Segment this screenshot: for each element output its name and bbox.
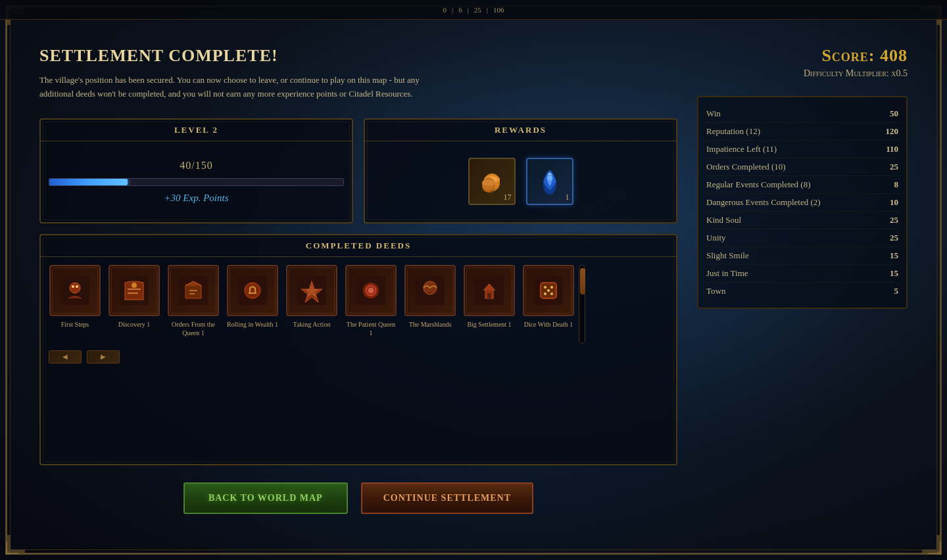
top-bar: 0 | 6 | 25 | 106	[0, 0, 947, 20]
title-section: Settlement Complete! The village's posit…	[39, 39, 677, 108]
level-rewards-row: Level 2 40/150 +30 Exp. Points Rewards	[39, 118, 677, 223]
svg-point-27	[366, 285, 376, 296]
deeds-body: First Steps Discove	[41, 257, 676, 464]
score-label-town: Town	[706, 286, 725, 296]
deed-icon-taking-action	[286, 265, 337, 316]
svg-point-19	[132, 283, 137, 288]
top-bar-separator-1: |	[452, 6, 453, 14]
top-bar-value-2: 6	[458, 6, 462, 14]
svg-rect-21	[238, 276, 267, 305]
settlement-description: The village's position has been secured.…	[39, 74, 434, 101]
score-points-town: 5	[894, 286, 899, 296]
buttons-row: Back to World Map Continue Settlement	[39, 476, 677, 521]
deed-icon-rolling-wealth	[227, 265, 278, 316]
reward-icon-gold: 17 17	[468, 158, 516, 205]
score-row-just-in-time: Just in Time 15	[706, 265, 898, 283]
score-label: Score:	[821, 46, 875, 65]
svg-point-22	[245, 283, 260, 298]
deed-first-steps[interactable]: First Steps	[49, 265, 101, 337]
svg-rect-33	[487, 293, 491, 298]
score-points-unity: 25	[890, 233, 898, 243]
scrollbar-thumb	[580, 268, 585, 294]
level-header: Level 2	[41, 120, 352, 141]
deed-icon-orders-queen	[168, 265, 219, 316]
top-bar-value-1: 0	[443, 6, 447, 14]
score-row-regular-events: Regular Events Completed (8) 8	[706, 176, 898, 194]
score-label-kind-soul: Kind Soul	[706, 215, 741, 225]
rewards-panel: Rewards	[364, 118, 677, 223]
svg-point-16	[72, 285, 74, 288]
deed-icon-discovery-1	[109, 265, 160, 316]
svg-rect-20	[179, 276, 208, 305]
score-row-impatience: Impatience Left (11) 110	[706, 141, 898, 158]
difficulty-value: x0.5	[891, 68, 908, 78]
score-label-dangerous-events: Dangerous Events Completed (2)	[706, 197, 821, 208]
reward-count-blue: 1	[566, 193, 570, 202]
score-label-slight-smile: Slight Smile	[706, 250, 749, 261]
deed-orders-queen[interactable]: Orders From the Queen 1	[167, 265, 220, 337]
score-row-slight-smile: Slight Smile 15	[706, 247, 898, 265]
svg-text:17: 17	[489, 189, 495, 195]
svg-point-13	[547, 173, 552, 181]
score-label-reputation: Reputation (12)	[706, 126, 760, 137]
deed-label-discovery-1: Discovery 1	[118, 320, 151, 329]
scroll-arrows: ◀ ▶	[49, 348, 668, 366]
svg-rect-31	[475, 276, 504, 305]
svg-rect-34	[534, 276, 563, 305]
deed-rolling-wealth[interactable]: Rolling in Wealth 1	[226, 265, 279, 337]
score-row-dangerous-events: Dangerous Events Completed (2) 10	[706, 194, 898, 212]
svg-point-30	[424, 281, 437, 294]
deed-label-rolling-wealth: Rolling in Wealth 1	[227, 320, 278, 329]
score-points-just-in-time: 15	[890, 268, 898, 279]
deed-big-settlement[interactable]: Big Settlement 1	[463, 265, 516, 337]
deed-label-first-steps: First Steps	[61, 320, 89, 329]
deeds-grid: First Steps Discove	[49, 265, 575, 337]
deed-icon-patient-queen	[345, 265, 397, 316]
score-points-regular-events: 8	[894, 179, 899, 190]
svg-point-37	[550, 286, 553, 289]
deed-patient-queen[interactable]: The Patient Queen 1	[345, 265, 397, 337]
top-bar-separator-2: |	[468, 6, 469, 14]
level-panel: Level 2 40/150 +30 Exp. Points	[39, 118, 353, 223]
svg-point-28	[368, 288, 374, 293]
deeds-scrollbar[interactable]	[579, 265, 585, 344]
svg-rect-18	[120, 276, 149, 305]
score-label-orders: Orders Completed (10)	[706, 162, 786, 172]
deed-icon-marshlands	[404, 265, 456, 316]
scroll-right-arrow[interactable]: ▶	[87, 350, 120, 363]
level-xp-value: 40/150	[180, 160, 212, 172]
deed-discovery-1[interactable]: Discovery 1	[108, 265, 160, 337]
continue-settlement-button[interactable]: Continue Settlement	[361, 482, 533, 514]
top-bar-value-3: 25	[474, 6, 481, 14]
svg-point-26	[363, 283, 379, 298]
deeds-header: Completed Deeds	[41, 235, 676, 257]
deed-label-orders-queen: Orders From the Queen 1	[167, 320, 220, 337]
score-points-win: 50	[890, 108, 898, 119]
score-row-win: Win 50	[706, 105, 898, 123]
back-to-world-map-button[interactable]: Back to World Map	[183, 482, 348, 514]
deed-marshlands[interactable]: The Marshlands	[404, 265, 456, 337]
svg-point-10	[482, 179, 495, 186]
deed-dice-with-death[interactable]: Dice With Death 1	[522, 265, 575, 337]
xp-bonus: +30 Exp. Points	[164, 193, 228, 204]
score-row-orders: Orders Completed (10) 25	[706, 158, 898, 176]
score-row-kind-soul: Kind Soul 25	[706, 212, 898, 229]
reward-item-blue: 1	[526, 158, 573, 205]
score-row-reputation: Reputation (12) 120	[706, 123, 898, 141]
scroll-left-arrow[interactable]: ◀	[49, 350, 82, 363]
main-content: Settlement Complete! The village's posit…	[39, 39, 908, 521]
score-row-unity: Unity 25	[706, 229, 898, 247]
svg-rect-14	[61, 276, 89, 305]
svg-rect-25	[356, 276, 385, 305]
level-body: 40/150 +30 Exp. Points	[41, 141, 352, 222]
difficulty-label: Difficulty Multiplier:	[804, 68, 889, 78]
svg-point-15	[70, 283, 80, 293]
score-points-impatience: 110	[886, 144, 898, 154]
score-points-reputation: 120	[886, 126, 899, 137]
score-row-town: Town 5	[706, 283, 898, 300]
deed-taking-action[interactable]: Taking Action	[285, 265, 338, 337]
score-points-orders: 25	[890, 162, 898, 172]
top-bar-separator-3: |	[487, 6, 488, 14]
svg-rect-24	[297, 276, 326, 305]
score-display: Score: 408	[697, 46, 908, 66]
